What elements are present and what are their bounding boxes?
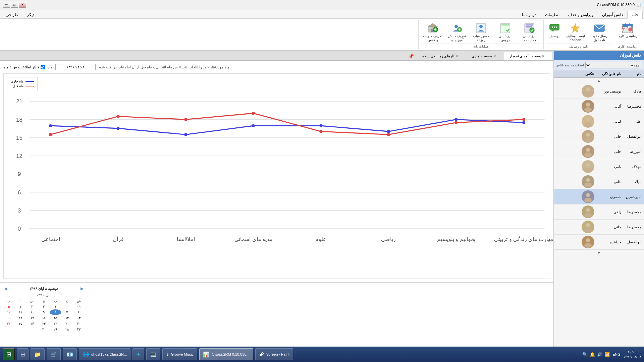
- avatar: [582, 85, 594, 98]
- calendar-day[interactable]: ۱۳: [73, 315, 85, 321]
- calendar-day[interactable]: ۱۴: [61, 315, 73, 321]
- calendar-day[interactable]: ۲۰: [73, 321, 85, 326]
- tab-other[interactable]: دیگر: [22, 11, 39, 18]
- pin-icon[interactable]: 📌: [406, 52, 417, 60]
- btn-scheduling[interactable]: 📅 ! زمانبندی کارها: [616, 21, 639, 39]
- calendar-day[interactable]: ۲۶: [3, 321, 15, 326]
- calendar-day[interactable]: ۹: [38, 309, 50, 315]
- minimize-button[interactable]: ─: [3, 2, 10, 8]
- calendar-day[interactable]: ۱۰: [26, 309, 38, 315]
- svg-text:املا/انشا: املا/انشا: [177, 236, 195, 242]
- tab-chart-close[interactable]: ✕: [542, 54, 544, 58]
- network-icon[interactable]: 📶: [604, 352, 610, 357]
- telegram-btn[interactable]: ✈: [132, 348, 144, 360]
- student-row[interactable]: امیرحسین جعفری: [554, 189, 644, 204]
- scroll-down[interactable]: ▼: [554, 250, 644, 256]
- calendar-day[interactable]: ۱۵: [50, 315, 61, 321]
- svg-point-52: [584, 137, 592, 142]
- scroll-up[interactable]: ▲: [554, 78, 644, 84]
- btn-send-invite[interactable]: ارسال دعوت نامه اول: [588, 21, 611, 43]
- student-row[interactable]: محمدرضا زلفی: [554, 204, 644, 220]
- student-row[interactable]: امیررضا خانی: [554, 144, 644, 159]
- calendar-day[interactable]: ۶: [73, 309, 85, 315]
- clsassrm-btn[interactable]: 📊 ClsassSRM 0.10.830...: [199, 348, 253, 360]
- btn-attendance[interactable]: حضور غیاب روزانه: [470, 21, 492, 43]
- class-selector[interactable]: چهارم: [585, 62, 642, 68]
- student-row[interactable]: محمدرضا آقایی: [554, 99, 644, 114]
- btn-eval-courses[interactable]: ارزشیابی دروس: [494, 21, 517, 43]
- filter-checkbox[interactable]: [41, 65, 45, 69]
- file-explorer-btn[interactable]: 📁: [31, 348, 45, 360]
- calendar-day[interactable]: ۲۳: [38, 321, 50, 326]
- tab-about[interactable]: درباره ما: [518, 11, 541, 18]
- tab-scheduled-close[interactable]: ✕: [455, 54, 458, 58]
- avatar: [582, 175, 594, 188]
- tab-students[interactable]: دانش آموزان: [598, 11, 627, 18]
- maximize-button[interactable]: □: [11, 2, 18, 8]
- calendar-day[interactable]: ۲۵: [15, 321, 26, 326]
- btn-kanban[interactable]: لیست وظایف Kanban: [564, 21, 587, 43]
- calendar-day[interactable]: ۲۴: [26, 321, 38, 326]
- calendar-day[interactable]: ۲۱: [61, 321, 73, 326]
- svg-text:18: 18: [16, 117, 22, 123]
- calendar-day[interactable]: ۲۹: [73, 304, 85, 309]
- close-button[interactable]: ✕: [19, 2, 26, 8]
- calendar-day[interactable]: ۲۷: [73, 326, 85, 332]
- calendar-day[interactable]: ۳: [26, 304, 38, 309]
- search-taskbar-icon[interactable]: 🔍: [582, 352, 588, 357]
- calendar-day[interactable]: ۵: [3, 304, 15, 309]
- calendar-day[interactable]: ۳۰: [61, 304, 73, 309]
- tab-edit-delete[interactable]: ویرایش و حذف: [564, 11, 598, 18]
- volume-icon[interactable]: 🔊: [597, 352, 602, 357]
- calendar-day[interactable]: ۱۷: [26, 315, 38, 321]
- btn-add-student[interactable]: تعریف دانش آموز جدید: [445, 21, 468, 43]
- btn-eval-activities[interactable]: ارزشیابی فعالیت ها: [518, 21, 541, 43]
- student-row[interactable]: ابوالفضل خداینده: [554, 235, 644, 250]
- btn-question[interactable]: پرسش: [546, 21, 562, 39]
- calendar-day[interactable]: ۳۰: [38, 326, 50, 332]
- store-btn[interactable]: 🛒: [47, 348, 61, 360]
- vscode-btn[interactable]: 💻: [146, 348, 160, 360]
- cal-prev-btn[interactable]: ◀: [4, 287, 7, 291]
- tab-stats-close[interactable]: ✕: [493, 54, 496, 58]
- student-row[interactable]: محمدرضا خانی: [554, 220, 644, 235]
- date-input[interactable]: [55, 64, 96, 70]
- tab-home[interactable]: خانه: [627, 11, 643, 19]
- tab-scheduled[interactable]: ✕ کارهای زمانبندی شده: [417, 52, 466, 60]
- calendar-day[interactable]: ۱۸: [15, 315, 26, 321]
- tab-design[interactable]: طراحی: [1, 11, 22, 18]
- calendar-day[interactable]: ۲۲: [50, 321, 61, 326]
- cal-next-btn[interactable]: ▶: [80, 287, 83, 291]
- calendar-day[interactable]: ۲۹: [50, 326, 61, 332]
- calendar-day[interactable]: ۱۶: [38, 315, 50, 321]
- notif-icon[interactable]: 🔔: [590, 352, 595, 357]
- task-view-btn[interactable]: ⊟: [17, 348, 29, 360]
- lang-indicator[interactable]: ENG: [612, 352, 621, 356]
- calendar-day[interactable]: ۸: [50, 309, 61, 315]
- student-row[interactable]: علی کنابی: [554, 114, 644, 129]
- tab-chart[interactable]: ✕ وضعیت آماری نمودار: [504, 52, 552, 60]
- btn-add-school[interactable]: تعریف مدرسه و کلاس: [421, 21, 444, 43]
- student-row[interactable]: مهدک نامی: [554, 159, 644, 174]
- calendar-day[interactable]: ۱۹: [3, 315, 15, 321]
- svg-point-107: [387, 130, 390, 133]
- start-button[interactable]: ⊞: [3, 348, 15, 360]
- calendar-day[interactable]: ۲: [38, 304, 50, 309]
- mail-btn[interactable]: 📧: [63, 348, 77, 360]
- calendar-day[interactable]: ۱۲: [3, 309, 15, 315]
- groove-music-btn[interactable]: ♪ Groove Music: [162, 348, 197, 360]
- calendar-day[interactable]: ۷: [61, 309, 73, 315]
- student-row[interactable]: میلاد خانی: [554, 174, 644, 189]
- calendar-day[interactable]: ۴: [15, 304, 26, 309]
- student-row[interactable]: هادک یوسفی بور: [554, 84, 644, 99]
- tab-settings[interactable]: تنظیمات: [541, 11, 564, 18]
- svg-point-64: [584, 183, 592, 187]
- calendar-day[interactable]: ۱۱: [15, 309, 26, 315]
- calendar-day[interactable]: ۲۸: [61, 326, 73, 332]
- tab-stats[interactable]: ✕ وضعیت آماری: [466, 52, 504, 60]
- student-row[interactable]: ابوالفضل خانی: [554, 129, 644, 144]
- chrome-btn[interactable]: 🌐 ghost1372/ClassSR...: [79, 348, 130, 360]
- calendar-day[interactable]: ۱: [50, 304, 61, 309]
- screen-paint-btn[interactable]: 🖌 Screen · Paint: [255, 348, 293, 360]
- svg-point-24: [479, 25, 483, 28]
